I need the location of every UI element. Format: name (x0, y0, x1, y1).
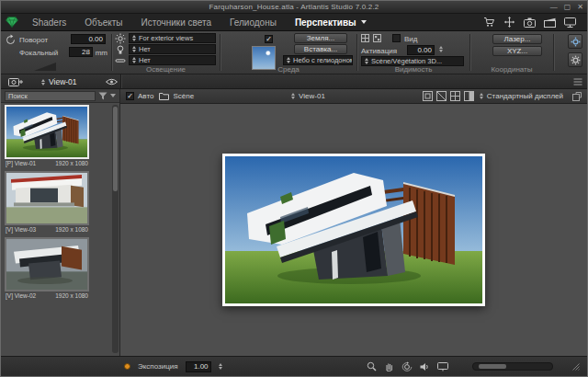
zoom-icon[interactable] (367, 361, 377, 371)
move-tool-icon[interactable] (503, 17, 515, 28)
view-03-thumbnail[interactable] (5, 171, 89, 225)
viewport-view-selector[interactable]: View-01 (291, 92, 325, 100)
viewport-canvas[interactable] (120, 104, 587, 356)
toolbar-divider (356, 34, 357, 71)
tab-lights[interactable]: Источники света (132, 17, 221, 28)
laser-button[interactable]: Лазер... (492, 34, 542, 44)
exposure-input[interactable] (186, 361, 211, 372)
screen-icon[interactable] (437, 362, 448, 371)
check-icon: ✓ (266, 36, 272, 43)
view-02-preview (6, 239, 87, 290)
activation-label: Активация (361, 47, 397, 55)
layer-grid-icon[interactable] (361, 34, 369, 42)
search-input[interactable] (5, 91, 96, 101)
sky-preset-value: Небо с гелиодоном (293, 56, 353, 64)
toolbar-divider (553, 34, 554, 71)
minimize-button[interactable]: — (550, 3, 558, 12)
current-view-name: View-01 (49, 77, 77, 86)
scrollbar-thumb[interactable] (113, 107, 118, 191)
thumbnail-caption: [P] View-01 1920 x 1080 (5, 159, 89, 166)
folder-icon (159, 92, 169, 100)
tab-lights-label: Источники света (141, 17, 212, 28)
lamp-preset-dropdown[interactable]: Нет (129, 44, 216, 54)
view-name: View-01 (15, 160, 36, 166)
panel-list-icon[interactable] (573, 78, 582, 86)
close-button[interactable]: ✕ (577, 3, 583, 12)
speaker-icon[interactable] (420, 362, 430, 371)
render-camera-icon[interactable] (524, 17, 536, 28)
heliodon-preset-dropdown[interactable]: For exterior views (129, 33, 216, 43)
sky-preset-dropdown[interactable]: Небо с гелиодоном (283, 55, 353, 65)
divider (120, 74, 121, 88)
sidebar-scrollbar[interactable] (112, 105, 119, 353)
safe-area-icon[interactable] (436, 91, 447, 101)
visibility-group-label: Видимость (359, 65, 468, 74)
mask-toggle-icon[interactable] (464, 91, 474, 101)
focal-input[interactable] (69, 47, 93, 57)
xyz-button[interactable]: XYZ... (492, 46, 542, 56)
view-tag: [V] (6, 292, 13, 299)
preferences-gear-button[interactable] (568, 52, 582, 67)
view-switcher[interactable]: View-01 (41, 74, 77, 89)
view-checkbox[interactable] (392, 34, 401, 42)
exposure-stepper[interactable] (219, 363, 222, 370)
rotation-input[interactable] (71, 34, 106, 44)
eye-icon[interactable] (106, 78, 118, 86)
tab-heliodons-label: Гелиодоны (230, 17, 277, 28)
spinner-icon (132, 35, 136, 41)
detach-panel-icon[interactable] (572, 92, 582, 101)
layer-grid-alt-icon[interactable] (373, 34, 381, 42)
render-status-dot (124, 363, 130, 370)
focal-slider[interactable] (34, 63, 56, 71)
grid-overlay-icon[interactable] (450, 91, 460, 101)
view-resolution: 1920 x 1080 (55, 160, 88, 166)
thumbnail-caption: [V] View-02 1920 x 1080 (5, 291, 89, 299)
menu-bar: Shaders Объекты Источники света Гелиодон… (1, 14, 587, 31)
view-switcher-arrows[interactable] (41, 79, 45, 86)
list-item[interactable]: [V] View-02 1920 x 1080 (5, 237, 110, 299)
tab-perspectives[interactable]: Перспективы (286, 17, 376, 28)
preview-quality-slider[interactable] (472, 362, 553, 371)
animation-clapper-icon[interactable] (544, 17, 556, 28)
tab-objects[interactable]: Объекты (75, 17, 131, 28)
render-settings-button[interactable] (568, 34, 582, 49)
auto-update-control[interactable]: ✓ Авто (126, 92, 153, 100)
slider-thumb[interactable] (479, 364, 506, 369)
pan-hand-icon[interactable] (384, 361, 394, 371)
tab-heliodons[interactable]: Гелиодоны (220, 17, 286, 28)
resize-grip-icon[interactable] (571, 362, 580, 371)
filter-caret-icon[interactable] (110, 94, 116, 97)
media-store-cart-icon[interactable] (483, 17, 495, 28)
insert-button[interactable]: Вставка... (294, 44, 347, 54)
exposure-label: Экспозиция (138, 362, 178, 371)
neon-preset-dropdown[interactable]: Нет (129, 55, 216, 65)
view-01-preview (6, 107, 87, 157)
render-view[interactable] (222, 154, 485, 306)
maximize-button[interactable]: ▢ (564, 3, 571, 12)
view-thumbnail-list: [P] View-01 1920 x 1080 [V] View-03 1920… (5, 105, 110, 356)
view-02-thumbnail[interactable] (5, 237, 89, 291)
activation-stepper[interactable] (439, 46, 443, 52)
view-01-thumbnail[interactable] (5, 105, 89, 159)
view-tag: [V] (6, 226, 13, 233)
scene-selector[interactable]: Scène (159, 92, 194, 100)
orbit-icon[interactable] (401, 361, 413, 371)
coordinates-group-label: Координаты (472, 65, 551, 74)
tab-objects-label: Объекты (85, 17, 122, 28)
coordinates-group: Лазер... XYZ... Координаты (472, 31, 551, 74)
filter-funnel-icon[interactable] (98, 92, 107, 100)
list-item[interactable]: [P] View-01 1920 x 1080 (5, 105, 110, 166)
viewport-display-icons (423, 91, 474, 101)
tab-shaders[interactable]: Shaders (23, 17, 75, 28)
tab-shaders-label: Shaders (32, 17, 66, 28)
auto-checkbox[interactable]: ✓ (126, 92, 134, 100)
display-mode-selector[interactable]: Стандартный дисплей (480, 92, 563, 100)
ground-button[interactable]: Земля... (294, 33, 347, 43)
activation-input[interactable] (407, 45, 435, 55)
display-monitor-icon[interactable] (564, 17, 576, 28)
render-frame-icon[interactable] (423, 91, 433, 101)
add-camera-icon[interactable] (8, 76, 24, 86)
layers-dropdown-value: Scène/Végétation 3D... (371, 57, 442, 65)
environment-checkbox[interactable]: ✓ (265, 35, 273, 43)
list-item[interactable]: [V] View-03 1920 x 1080 (5, 171, 110, 233)
